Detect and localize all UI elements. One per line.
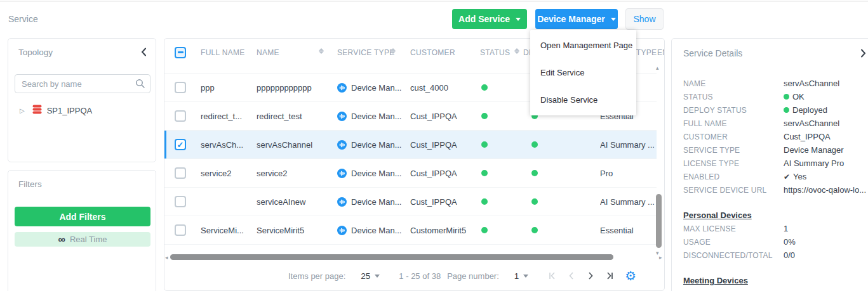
- column-service-type[interactable]: SERVICE TYPE: [337, 39, 407, 66]
- collapse-left-icon[interactable]: [141, 48, 147, 59]
- menu-item-disable-service[interactable]: Disable Service: [530, 86, 636, 113]
- table-row[interactable]: ServiceMi... ServiceMirit5 Device Man...…: [164, 216, 657, 245]
- row-checkbox[interactable]: [175, 167, 186, 179]
- cell-full-name: redirect_t...: [201, 102, 253, 130]
- chevron-down-icon[interactable]: [375, 275, 380, 278]
- menu-item-open-management-page[interactable]: Open Management Page: [530, 32, 636, 59]
- column-name[interactable]: NAME: [257, 39, 325, 66]
- table-row[interactable]: service2 service2 Device Man... Cust_IPP…: [164, 159, 657, 188]
- filters-panel: Filters Add Filters ∞ Real Time: [8, 170, 156, 291]
- detail-value: ✔ Yes: [784, 172, 806, 181]
- cell-full-name: ServiceMi...: [201, 216, 253, 244]
- column-full-name[interactable]: FULL NAME: [201, 39, 253, 66]
- detail-value: ✔ 0/0: [784, 250, 795, 260]
- detail-label: NAME: [683, 79, 784, 88]
- column-status[interactable]: STATUS: [480, 39, 512, 66]
- row-checkbox[interactable]: [175, 224, 186, 236]
- select-all-checkbox[interactable]: [175, 47, 186, 58]
- vertical-scrollbar[interactable]: ▴ ▾: [655, 65, 663, 255]
- detail-label: SERVICE TYPE: [683, 146, 784, 155]
- next-page-icon[interactable]: [585, 271, 596, 281]
- status-dot: [481, 141, 488, 148]
- detail-field: LICENSE TYPE ✔ AI Summary Pro: [683, 157, 866, 170]
- items-per-page-value[interactable]: 25: [361, 271, 370, 281]
- search-icon: [135, 79, 145, 91]
- menu-item-edit-service[interactable]: Edit Service: [530, 59, 636, 86]
- cell-service-type: Device Man...: [337, 188, 407, 216]
- collapse-right-icon[interactable]: [860, 49, 866, 60]
- detail-value: ✔ servAsChannel: [784, 119, 839, 128]
- deploy-status-dot: [531, 227, 538, 233]
- deploy-status-dot: [531, 170, 538, 176]
- row-checkbox[interactable]: [175, 110, 186, 122]
- detail-field: DISCONNECTED/TOTAL ✔ 0/0: [683, 249, 866, 262]
- sort-icon[interactable]: [391, 48, 396, 54]
- detail-section-heading: Personal Devices: [683, 209, 866, 222]
- detail-label: LICENSE TYPE: [683, 159, 784, 168]
- row-checkbox[interactable]: [175, 139, 186, 150]
- cell-customer: CustomerMirit5: [410, 216, 477, 244]
- first-page-icon[interactable]: [547, 271, 558, 281]
- horizontal-scroll-thumb[interactable]: [170, 254, 613, 260]
- device-manager-icon: [337, 226, 347, 235]
- sort-icon[interactable]: [319, 48, 324, 54]
- vertical-scroll-thumb[interactable]: [656, 194, 662, 248]
- status-dot: [784, 107, 789, 113]
- status-dot: [481, 84, 488, 91]
- pagination-bar: Items per page: 25 1 - 25 of 38 Page num…: [288, 261, 636, 290]
- detail-label: ENABLED: [683, 172, 784, 181]
- detail-label: MAX LICENSE: [683, 224, 784, 233]
- status-dot: [481, 113, 488, 119]
- chevron-down-icon[interactable]: [523, 275, 528, 278]
- top-edge-divider: [0, 0, 868, 2]
- cell-customer: Cust_IPPQA: [410, 188, 477, 216]
- status-dot: [481, 227, 488, 233]
- device-manager-button[interactable]: Device Manager: [535, 9, 618, 29]
- detail-field: MAX LICENSE ✔ 1: [683, 222, 866, 235]
- sort-icon[interactable]: [514, 48, 519, 54]
- column-enabled[interactable]: ENABLED: [657, 39, 665, 66]
- add-filters-button[interactable]: Add Filters: [15, 207, 150, 226]
- cell-name: ServiceMirit5: [257, 216, 325, 244]
- row-checkbox[interactable]: [175, 82, 186, 93]
- detail-value: ✔ servAsChannel: [784, 79, 839, 88]
- page-title: Service: [8, 14, 38, 24]
- scroll-right-icon[interactable]: ▸: [659, 254, 662, 261]
- cell-full-name: ppp: [201, 74, 253, 101]
- page-number-label: Page number:: [447, 271, 499, 281]
- service-details-body: NAME ✔ servAsChannel STATUS ✔ OK DEPLOY …: [683, 77, 866, 291]
- device-manager-icon: [337, 140, 347, 150]
- page-number-value[interactable]: 1: [514, 271, 519, 281]
- cell-license-type: AI Summary ...: [600, 131, 664, 158]
- previous-page-icon[interactable]: [566, 271, 577, 281]
- infinity-icon: ∞: [58, 235, 65, 245]
- real-time-button[interactable]: ∞ Real Time: [15, 232, 150, 247]
- cell-license-type: Pro: [600, 159, 664, 187]
- column-customer[interactable]: CUSTOMER: [410, 39, 477, 66]
- expand-arrow-icon[interactable]: ▷: [20, 107, 25, 114]
- show-button[interactable]: Show: [625, 8, 664, 30]
- table-row[interactable]: serviceAInew Device Man... Cust_IPPQA AI…: [164, 188, 657, 216]
- detail-field: DEPLOY STATUS ✔ Deployed: [683, 103, 866, 117]
- cell-customer: cust_4000: [410, 74, 477, 101]
- gear-icon[interactable]: ⚙: [625, 269, 636, 282]
- table-row[interactable]: servAsCh... servAsChannel Device Man... …: [164, 131, 657, 159]
- row-checkbox[interactable]: [175, 196, 186, 207]
- detail-field: CUSTOMER ✔ Cust_IPPQA: [683, 130, 866, 143]
- chevron-down-icon: [611, 18, 616, 21]
- scroll-left-icon[interactable]: ◂: [165, 254, 168, 261]
- detail-value: ✔ Cust_IPPQA: [784, 132, 831, 141]
- cell-full-name: servAsCh...: [201, 131, 253, 158]
- horizontal-scrollbar[interactable]: ◂ ▸: [164, 253, 665, 262]
- search-input[interactable]: [15, 74, 150, 93]
- last-page-icon[interactable]: [604, 271, 615, 281]
- add-service-button[interactable]: Add Service: [452, 9, 527, 29]
- status-dot: [481, 198, 488, 205]
- scroll-up-icon[interactable]: ▴: [656, 65, 659, 71]
- detail-value: ✔ 0%: [784, 237, 796, 247]
- tree-item[interactable]: ▷ SP1_IPPQA: [8, 102, 156, 119]
- items-per-page-label: Items per page:: [288, 271, 345, 281]
- detail-field: STATUS ✔ OK: [683, 90, 866, 103]
- device-manager-icon: [337, 169, 347, 178]
- cell-name: service2: [257, 159, 325, 187]
